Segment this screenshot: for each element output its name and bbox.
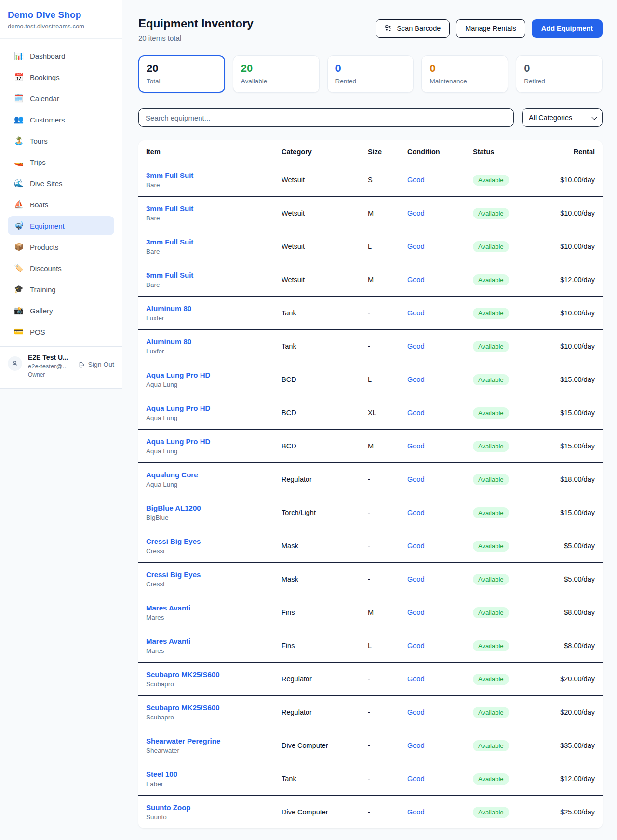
item-name-link[interactable]: Aqua Lung Pro HD: [146, 437, 282, 446]
table-row: 5mm Full Suit Bare Wetsuit M Good Availa…: [138, 263, 603, 297]
sidebar-item-icon: 🏷️: [13, 264, 24, 272]
sidebar-item[interactable]: 📊 Dashboard: [8, 46, 114, 66]
sidebar-item-icon: 📦: [13, 243, 24, 251]
rental-rate: $10.00/day: [530, 297, 603, 330]
sidebar-item[interactable]: 🏷️ Discounts: [8, 258, 114, 278]
stat-card[interactable]: 20 Total: [138, 55, 225, 93]
item-name-link[interactable]: BigBlue AL1200: [146, 504, 282, 512]
item-size: L: [368, 363, 407, 396]
add-equipment-button[interactable]: Add Equipment: [532, 19, 603, 38]
category-select[interactable]: All Categories: [522, 108, 603, 127]
rental-rate: $20.00/day: [530, 663, 603, 696]
rental-rate: $20.00/day: [530, 696, 603, 729]
scan-barcode-button[interactable]: Scan Barcode: [376, 19, 450, 38]
item-size: -: [368, 663, 407, 696]
sidebar-item-label: Gallery: [30, 307, 53, 315]
condition-link[interactable]: Good: [407, 442, 424, 450]
sidebar-item[interactable]: 🌊 Dive Sites: [8, 174, 114, 193]
item-size: -: [368, 563, 407, 596]
item-name-link[interactable]: Scubapro MK25/S600: [146, 670, 282, 678]
item-name-link[interactable]: Aqualung Core: [146, 471, 282, 479]
status-badge: Available: [473, 374, 509, 385]
col-header-category: Category: [282, 140, 368, 163]
condition-link[interactable]: Good: [407, 742, 424, 749]
item-name-link[interactable]: Aluminum 80: [146, 304, 282, 312]
item-name-link[interactable]: 3mm Full Suit: [146, 204, 282, 213]
item-name-link[interactable]: Mares Avanti: [146, 637, 282, 645]
condition-link[interactable]: Good: [407, 376, 424, 383]
sidebar-item[interactable]: 💳 POS: [8, 322, 114, 341]
item-name-link[interactable]: Steel 100: [146, 770, 282, 778]
header-actions: Scan Barcode Manage Rentals Add Equipmen…: [376, 19, 603, 38]
item-name-link[interactable]: 5mm Full Suit: [146, 271, 282, 279]
item-name-link[interactable]: Aqua Lung Pro HD: [146, 371, 282, 379]
item-brand: Bare: [146, 181, 282, 189]
condition-link[interactable]: Good: [407, 309, 424, 317]
item-size: -: [368, 796, 407, 829]
sidebar-item[interactable]: 🏝️ Tours: [8, 131, 114, 150]
stat-card[interactable]: 0 Rented: [327, 55, 414, 93]
sidebar-item[interactable]: 👥 Customers: [8, 110, 114, 129]
item-name-link[interactable]: Scubapro MK25/S600: [146, 704, 282, 712]
item-name-link[interactable]: Cressi Big Eyes: [146, 570, 282, 579]
brand-link[interactable]: Demo Dive Shop: [8, 10, 114, 20]
rental-rate: $10.00/day: [530, 163, 603, 197]
condition-link[interactable]: Good: [407, 209, 424, 217]
condition-link[interactable]: Good: [407, 542, 424, 550]
condition-link[interactable]: Good: [407, 176, 424, 184]
item-name-link[interactable]: Cressi Big Eyes: [146, 537, 282, 545]
stat-value: 0: [335, 62, 406, 75]
condition-link[interactable]: Good: [407, 675, 424, 683]
condition-link[interactable]: Good: [407, 342, 424, 350]
stat-card[interactable]: 0 Maintenance: [421, 55, 508, 93]
sidebar-item-label: Customers: [30, 116, 65, 124]
stat-card[interactable]: 0 Retired: [516, 55, 603, 93]
item-name-link[interactable]: 3mm Full Suit: [146, 238, 282, 246]
sidebar-item[interactable]: 🚤 Trips: [8, 152, 114, 172]
item-size: -: [368, 463, 407, 496]
sidebar-item[interactable]: 📅 Bookings: [8, 68, 114, 87]
sidebar-item[interactable]: ⛵ Boats: [8, 195, 114, 214]
table-row: Scubapro MK25/S600 Scubapro Regulator - …: [138, 663, 603, 696]
condition-link[interactable]: Good: [407, 509, 424, 516]
col-header-rental: Rental: [530, 140, 603, 163]
sidebar-item[interactable]: 🗓️ Calendar: [8, 89, 114, 108]
status-badge: Available: [473, 474, 509, 485]
table-row: Cressi Big Eyes Cressi Mask - Good Avail…: [138, 529, 603, 563]
stat-card[interactable]: 20 Available: [233, 55, 320, 93]
condition-link[interactable]: Good: [407, 475, 424, 483]
condition-link[interactable]: Good: [407, 708, 424, 716]
item-size: M: [368, 430, 407, 463]
sidebar-item-icon: 👥: [13, 116, 24, 123]
item-name-link[interactable]: Shearwater Peregrine: [146, 737, 282, 745]
condition-link[interactable]: Good: [407, 575, 424, 583]
user-panel: E2E Test U... e2e-tester@... Owner Sign …: [0, 346, 122, 385]
stat-value: 20: [241, 62, 311, 75]
item-name-link[interactable]: Aqua Lung Pro HD: [146, 404, 282, 412]
manage-rentals-button[interactable]: Manage Rentals: [456, 19, 525, 38]
condition-link[interactable]: Good: [407, 243, 424, 250]
item-name-link[interactable]: Mares Avanti: [146, 604, 282, 612]
item-name-link[interactable]: Aluminum 80: [146, 338, 282, 346]
item-brand: Scubapro: [146, 714, 282, 721]
item-name-link[interactable]: Suunto Zoop: [146, 803, 282, 812]
condition-link[interactable]: Good: [407, 642, 424, 650]
item-name-link[interactable]: 3mm Full Suit: [146, 171, 282, 179]
item-category: Dive Computer: [282, 729, 368, 762]
condition-link[interactable]: Good: [407, 609, 424, 616]
item-brand: Aqua Lung: [146, 481, 282, 488]
condition-link[interactable]: Good: [407, 775, 424, 783]
sidebar-item[interactable]: 📦 Products: [8, 237, 114, 257]
sidebar-item-label: Discounts: [30, 264, 62, 272]
sidebar-item[interactable]: 📸 Gallery: [8, 301, 114, 320]
item-brand: Scubapro: [146, 680, 282, 688]
sidebar-item[interactable]: 🎓 Training: [8, 280, 114, 299]
condition-link[interactable]: Good: [407, 276, 424, 284]
condition-link[interactable]: Good: [407, 409, 424, 417]
category-select-wrap: All Categories: [522, 108, 603, 127]
sign-out-button[interactable]: Sign Out: [78, 361, 114, 368]
sidebar-item[interactable]: 🤿 Equipment: [8, 216, 114, 235]
search-input[interactable]: [138, 108, 514, 127]
condition-link[interactable]: Good: [407, 808, 424, 816]
item-category: Fins: [282, 596, 368, 629]
